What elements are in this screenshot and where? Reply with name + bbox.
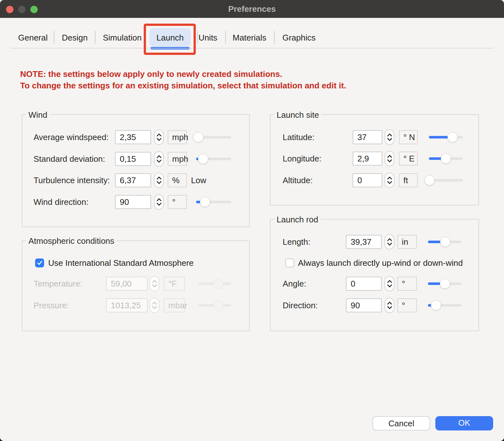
wind-direction-unit-button[interactable]: ° xyxy=(168,195,187,209)
longitude-slider[interactable] xyxy=(429,151,463,166)
window-title: Preferences xyxy=(0,0,504,18)
tab-bar: General Design Simulation Launch Units M… xyxy=(0,24,504,49)
chevron-up-icon xyxy=(387,176,392,180)
upwind-checkbox[interactable] xyxy=(285,258,294,267)
tab-separator xyxy=(274,31,275,44)
slider-thumb[interactable] xyxy=(200,197,210,207)
title-bar: Preferences xyxy=(0,0,504,18)
stepper-divider xyxy=(386,181,393,181)
longitude-stepper[interactable] xyxy=(385,151,394,166)
tab-design[interactable]: Design xyxy=(59,29,91,46)
chevron-up-icon xyxy=(387,280,392,283)
rod-angle-unit-button[interactable]: ° xyxy=(397,277,417,291)
longitude-row: Longitude: 2,9 ° E xyxy=(0,151,504,166)
rod-length-label: Length: xyxy=(283,234,310,250)
altitude-slider[interactable] xyxy=(429,173,463,188)
latitude-row: Latitude: 37 ° N xyxy=(0,130,504,145)
tab-simulation[interactable]: Simulation xyxy=(103,29,141,46)
slider-thumb[interactable] xyxy=(440,279,450,289)
chevron-up-icon xyxy=(387,238,392,241)
stepper-divider xyxy=(386,138,393,138)
note-line-2: To change the settings for an existing s… xyxy=(20,80,346,91)
rod-angle-label: Angle: xyxy=(283,276,306,291)
chevron-down-icon xyxy=(387,243,392,246)
latitude-unit-button[interactable]: ° N xyxy=(399,130,418,144)
chevron-up-icon xyxy=(387,302,392,305)
chevron-up-icon xyxy=(387,133,392,137)
altitude-stepper[interactable] xyxy=(385,173,394,188)
rod-length-row: Length: 39,37 in xyxy=(0,234,504,250)
rod-angle-stepper[interactable] xyxy=(385,276,394,291)
minimize-button[interactable] xyxy=(18,6,26,13)
rod-direction-input[interactable]: 90 xyxy=(346,298,382,312)
chevron-down-icon xyxy=(157,203,162,206)
rod-length-slider[interactable] xyxy=(428,234,462,250)
rod-direction-slider[interactable] xyxy=(428,298,462,313)
tab-materials[interactable]: Materials xyxy=(232,29,267,46)
upwind-checkbox-label[interactable]: Always launch directly up-wind or down-w… xyxy=(298,255,463,271)
wind-direction-row: Wind direction: 90 ° xyxy=(0,194,504,210)
chevron-up-icon xyxy=(387,155,392,158)
rod-direction-unit-button[interactable]: ° xyxy=(397,298,417,312)
tab-divider-line xyxy=(11,48,493,49)
wind-direction-stepper[interactable] xyxy=(154,194,164,210)
slider-thumb[interactable] xyxy=(447,132,458,142)
rod-direction-row: Direction: 90 ° xyxy=(0,298,504,313)
stepper-divider xyxy=(386,242,393,243)
chevron-down-icon xyxy=(387,284,392,288)
latitude-label: Latitude: xyxy=(283,130,315,145)
latitude-slider[interactable] xyxy=(429,130,463,145)
stepper-divider xyxy=(386,284,393,284)
rod-direction-stepper[interactable] xyxy=(385,298,394,313)
slider-thumb[interactable] xyxy=(440,237,450,247)
note-text: NOTE: the settings below apply only to n… xyxy=(20,68,346,91)
longitude-label: Longitude: xyxy=(283,151,321,166)
note-line-1: NOTE: the settings below apply only to n… xyxy=(20,68,346,80)
altitude-row: Altitude: 0 ft xyxy=(0,173,504,188)
tab-separator xyxy=(225,31,226,44)
rod-angle-row: Angle: 0 ° xyxy=(0,276,504,291)
tab-graphics[interactable]: Graphics xyxy=(281,29,317,46)
wind-direction-input[interactable]: 90 xyxy=(115,195,151,209)
close-button[interactable] xyxy=(6,6,13,13)
chevron-down-icon xyxy=(387,306,392,309)
wind-direction-label: Wind direction: xyxy=(34,194,88,210)
chevron-down-icon xyxy=(387,159,392,162)
rod-length-input[interactable]: 39,37 xyxy=(346,235,382,249)
latitude-input[interactable]: 37 xyxy=(353,130,382,144)
slider-thumb[interactable] xyxy=(424,175,435,185)
zoom-button[interactable] xyxy=(30,6,38,13)
cancel-button[interactable]: Cancel xyxy=(372,416,430,430)
rod-direction-label: Direction: xyxy=(283,298,318,313)
ok-button[interactable]: OK xyxy=(435,416,493,430)
tab-separator xyxy=(95,31,95,44)
chevron-down-icon xyxy=(387,138,392,141)
wind-group-title: Wind xyxy=(26,110,50,120)
rod-length-stepper[interactable] xyxy=(385,234,394,250)
latitude-stepper[interactable] xyxy=(385,130,394,145)
tab-units[interactable]: Units xyxy=(195,29,221,46)
red-annotation-rectangle xyxy=(144,24,196,55)
stepper-divider xyxy=(386,306,393,306)
upwind-checkbox-row: Always launch directly up-wind or down-w… xyxy=(0,255,504,271)
stepper-divider xyxy=(156,202,162,203)
tab-separator xyxy=(54,31,54,44)
slider-thumb[interactable] xyxy=(441,153,451,164)
rod-length-unit-button[interactable]: in xyxy=(397,235,417,249)
rod-angle-input[interactable]: 0 xyxy=(346,277,382,291)
rod-angle-slider[interactable] xyxy=(428,276,462,291)
launch-site-group-title: Launch site xyxy=(274,110,321,120)
wind-direction-slider[interactable] xyxy=(196,194,231,210)
slider-thumb[interactable] xyxy=(431,300,441,310)
preferences-window: Preferences General Design Simulation La… xyxy=(0,0,504,441)
chevron-up-icon xyxy=(157,198,162,201)
longitude-unit-button[interactable]: ° E xyxy=(399,152,418,166)
longitude-input[interactable]: 2,9 xyxy=(353,152,382,166)
altitude-label: Altitude: xyxy=(283,173,313,188)
chevron-down-icon xyxy=(387,181,392,184)
stepper-divider xyxy=(386,159,393,159)
launch-rod-group-title: Launch rod xyxy=(274,214,320,225)
altitude-input[interactable]: 0 xyxy=(353,173,382,187)
altitude-unit-button[interactable]: ft xyxy=(399,173,418,187)
tab-general[interactable]: General xyxy=(15,29,50,46)
